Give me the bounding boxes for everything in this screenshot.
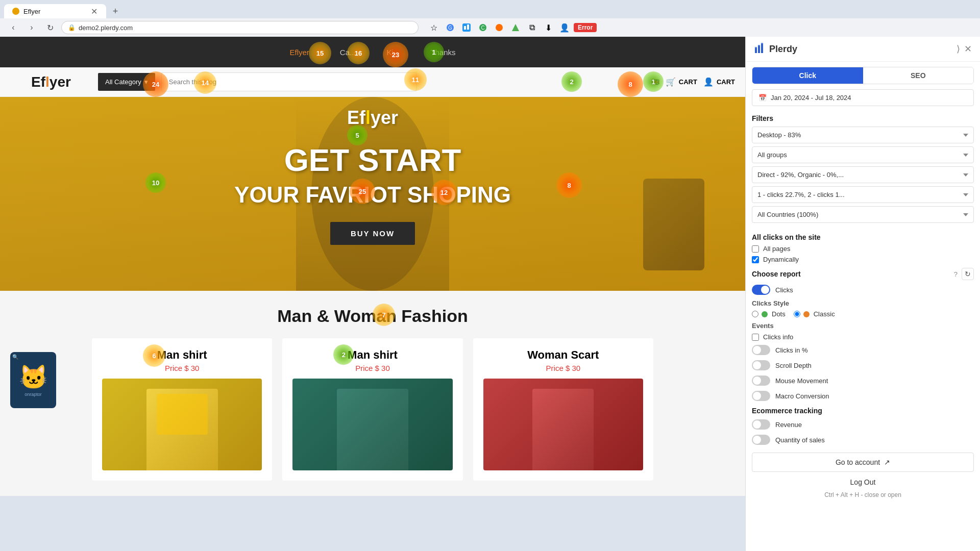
filter-device[interactable]: Desktop - 83% — [752, 127, 974, 143]
revenue-knob — [753, 420, 761, 429]
dots-label: Dots — [772, 310, 786, 318]
magnifier-icon: 🔍 — [12, 354, 18, 360]
filter-clicks-distribution[interactable]: 1 - clicks 22.7%, 2 - clicks 1... — [752, 186, 974, 203]
filters-section: Filters Desktop - 83% All groups Direct … — [746, 110, 980, 230]
mouse-movement-toggle[interactable] — [752, 375, 770, 386]
download-icon[interactable]: ⬇ — [541, 20, 555, 35]
mouse-movement-label: Mouse Movement — [775, 377, 828, 385]
cat-emoji: 🐱 — [19, 363, 48, 391]
profile-icon[interactable]: 👤 — [557, 20, 572, 35]
product-card-3: Woman Scart Price $ 30 — [473, 338, 653, 481]
filter-traffic[interactable]: Direct - 92%, Organic - 0%,... — [752, 166, 974, 183]
radio-dots[interactable] — [752, 311, 758, 317]
tab-click[interactable]: Click — [752, 67, 863, 84]
heatmap-dot-25: 25 — [350, 179, 375, 204]
cart-button-1[interactable]: 🛒 CART — [666, 77, 697, 87]
macro-conversion-label: Macro Conversion — [775, 392, 829, 400]
macro-conversion-row: Macro Conversion — [746, 388, 980, 404]
scroll-depth-toggle[interactable] — [752, 360, 770, 370]
choose-report-label: Choose report — [752, 270, 950, 278]
radio-classic[interactable] — [794, 311, 800, 317]
scroll-depth-label: Scroll Depth — [775, 362, 812, 369]
heatmap-dot-1-nav: 1 — [424, 42, 444, 62]
dynamically-checkbox[interactable] — [752, 256, 759, 263]
heatmap-dot-15: 15 — [309, 42, 331, 64]
revenue-row: Revenue — [746, 417, 980, 432]
log-out-button[interactable]: Log Out — [746, 475, 980, 489]
refresh-button[interactable]: ↻ — [962, 268, 974, 280]
svg-rect-4 — [467, 24, 469, 30]
revenue-toggle[interactable] — [752, 419, 770, 430]
extension-icon-5[interactable] — [508, 20, 523, 35]
products-grid: 6 Man shirt Price $ 30 2 Man shirt Price… — [92, 338, 653, 481]
main-area: Eflyer Ca... Ki... Thanks 15 16 23 1 24 … — [0, 37, 980, 551]
plerdy-header: Plerdy ⟩ ✕ — [746, 37, 980, 62]
heatmap-dot-24: 24 — [143, 71, 168, 97]
tab-seo[interactable]: SEO — [863, 67, 974, 84]
all-pages-label[interactable]: All pages — [763, 245, 790, 253]
dynamically-label[interactable]: Dynamically — [763, 256, 799, 263]
external-link-icon: ↗ — [884, 458, 890, 466]
svg-rect-9 — [755, 48, 757, 53]
all-pages-checkbox[interactable] — [752, 245, 759, 253]
quantity-sales-toggle[interactable] — [752, 435, 770, 445]
expand-icon[interactable]: ⟩ — [957, 43, 960, 55]
cart-label-1: CART — [679, 78, 697, 86]
svg-text:G: G — [448, 25, 452, 31]
macro-conversion-toggle[interactable] — [752, 391, 770, 401]
site-logo: Eflyer — [10, 74, 92, 90]
browser-toolbar-icons: ☆ G C ⧉ ⬇ 👤 Error — [427, 20, 597, 35]
clicks-percent-toggle[interactable] — [752, 345, 770, 355]
extension-icon-1[interactable]: G — [443, 20, 457, 35]
choose-report-row: Choose report ? ↻ — [746, 265, 980, 282]
svg-rect-12 — [755, 47, 757, 48]
refresh-button[interactable]: ↻ — [43, 20, 57, 35]
site-nav: Eflyer Ca... Ki... Thanks 15 16 23 1 — [0, 37, 745, 67]
bookmark-icon[interactable]: ☆ — [427, 20, 441, 35]
cart-button-2[interactable]: 👤 CART — [703, 77, 735, 87]
hero-title-line1: GET START — [234, 143, 511, 178]
clicks-info-label[interactable]: Clicks info — [763, 333, 793, 341]
filter-groups[interactable]: All groups — [752, 146, 974, 163]
clicks-info-checkbox[interactable] — [752, 334, 759, 341]
heatmap-dot-16: 16 — [347, 42, 370, 64]
language-selector[interactable]: 🇬🇧 8 1 — [651, 78, 659, 86]
choose-report-info-icon[interactable]: ? — [954, 270, 958, 278]
address-text: demo2.plerdy.com — [79, 24, 133, 32]
heatmap-dot-11: 11 — [404, 68, 427, 91]
extensions-button[interactable]: ⧉ — [525, 20, 539, 35]
website-content: Eflyer Ca... Ki... Thanks 15 16 23 1 24 … — [0, 37, 745, 551]
buy-now-button[interactable]: BUY NOW — [330, 222, 415, 245]
category-label: All Category — [105, 78, 141, 86]
heatmap-dot-8-hero: 8 — [556, 172, 582, 198]
close-panel-icon[interactable]: ✕ — [964, 43, 972, 55]
filter-countries[interactable]: All Countries (100%) — [752, 206, 974, 223]
classic-preview-icon — [803, 311, 810, 317]
forward-button[interactable]: › — [24, 20, 39, 35]
address-bar[interactable]: 🔒 demo2.plerdy.com — [61, 21, 419, 34]
svg-rect-3 — [464, 26, 466, 30]
clicks-info-row: Clicks info — [746, 332, 980, 342]
extension-icon-2[interactable] — [459, 20, 474, 35]
scroll-depth-row: Scroll Depth — [746, 358, 980, 373]
product-name-3: Woman Scart — [483, 348, 643, 362]
clicks-toggle[interactable] — [752, 285, 770, 295]
product-price-1: Price $ 30 — [102, 364, 262, 372]
back-button[interactable]: ‹ — [6, 20, 20, 35]
browser-tabs: Eflyer ✕ + — [0, 0, 980, 18]
cat-widget[interactable]: 🔍 🐱 onraptor — [10, 352, 56, 408]
extension-icon-3[interactable]: C — [476, 20, 490, 35]
radio-option-classic[interactable]: Classic — [794, 310, 835, 318]
nav-item-eflyer[interactable]: Eflyer — [289, 48, 309, 57]
browser-tab-active[interactable]: Eflyer ✕ — [4, 4, 106, 18]
extension-icon-4[interactable] — [492, 20, 506, 35]
radio-option-dots[interactable]: Dots — [752, 310, 786, 318]
new-tab-button[interactable]: + — [108, 4, 122, 18]
svg-point-7 — [496, 24, 503, 31]
browser-chrome: Eflyer ✕ + ‹ › ↻ 🔒 demo2.plerdy.com ☆ G … — [0, 0, 980, 37]
go-to-account-button[interactable]: Go to account ↗ — [752, 453, 974, 472]
events-label: Events — [746, 320, 980, 332]
date-picker[interactable]: 📅 Jan 20, 2024 - Jul 18, 2024 — [752, 89, 974, 106]
clicks-percent-knob — [753, 346, 761, 354]
tab-close-button[interactable]: ✕ — [90, 7, 98, 15]
